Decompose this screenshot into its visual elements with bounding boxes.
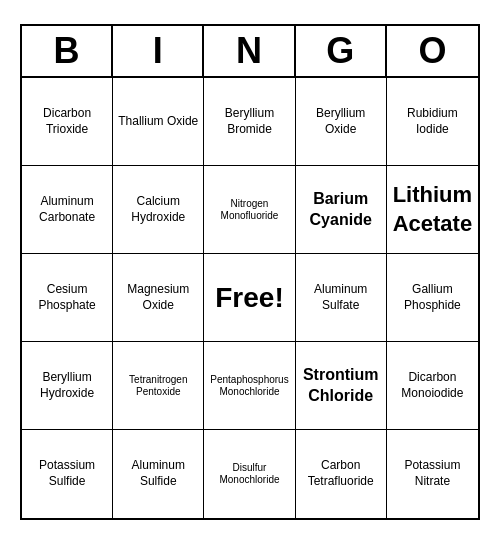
bingo-cell: Rubidium Iodide — [387, 78, 478, 166]
cell-text: Magnesium Oxide — [117, 282, 199, 313]
bingo-cell: Lithium Acetate — [387, 166, 478, 254]
cell-text: Barium Cyanide — [300, 189, 382, 231]
cell-text: Potassium Sulfide — [26, 458, 108, 489]
cell-text: Thallium Oxide — [118, 114, 198, 130]
cell-text: Gallium Phosphide — [391, 282, 474, 313]
bingo-cell: Carbon Tetrafluoride — [296, 430, 387, 518]
bingo-cell: Pentaphosphorus Monochloride — [204, 342, 295, 430]
bingo-cell: Beryllium Hydroxide — [22, 342, 113, 430]
cell-text: Dicarbon Trioxide — [26, 106, 108, 137]
bingo-cell: Disulfur Monochloride — [204, 430, 295, 518]
cell-text: Aluminum Carbonate — [26, 194, 108, 225]
cell-text: Rubidium Iodide — [391, 106, 474, 137]
bingo-cell: Beryllium Oxide — [296, 78, 387, 166]
bingo-cell: Aluminum Sulfate — [296, 254, 387, 342]
bingo-cell: Beryllium Bromide — [204, 78, 295, 166]
cell-text: Potassium Nitrate — [391, 458, 474, 489]
bingo-grid: Dicarbon TrioxideThallium OxideBeryllium… — [22, 78, 478, 518]
bingo-header: BINGO — [22, 26, 478, 78]
cell-text: Lithium Acetate — [391, 181, 474, 238]
bingo-card: BINGO Dicarbon TrioxideThallium OxideBer… — [20, 24, 480, 520]
cell-text: Tetranitrogen Pentoxide — [117, 374, 199, 398]
bingo-cell: Cesium Phosphate — [22, 254, 113, 342]
cell-text: Disulfur Monochloride — [208, 462, 290, 486]
cell-text: Free! — [215, 282, 283, 314]
bingo-cell: Dicarbon Monoiodide — [387, 342, 478, 430]
bingo-cell: Aluminum Carbonate — [22, 166, 113, 254]
cell-text: Pentaphosphorus Monochloride — [208, 374, 290, 398]
header-letter: G — [296, 26, 387, 76]
bingo-cell: Dicarbon Trioxide — [22, 78, 113, 166]
cell-text: Dicarbon Monoiodide — [391, 370, 474, 401]
cell-text: Aluminum Sulfate — [300, 282, 382, 313]
cell-text: Strontium Chloride — [300, 365, 382, 407]
bingo-cell: Strontium Chloride — [296, 342, 387, 430]
bingo-cell: Free! — [204, 254, 295, 342]
bingo-cell: Potassium Sulfide — [22, 430, 113, 518]
bingo-cell: Thallium Oxide — [113, 78, 204, 166]
bingo-cell: Barium Cyanide — [296, 166, 387, 254]
header-letter: B — [22, 26, 113, 76]
header-letter: I — [113, 26, 204, 76]
cell-text: Beryllium Bromide — [208, 106, 290, 137]
bingo-cell: Nitrogen Monofluoride — [204, 166, 295, 254]
cell-text: Calcium Hydroxide — [117, 194, 199, 225]
cell-text: Aluminum Sulfide — [117, 458, 199, 489]
cell-text: Nitrogen Monofluoride — [208, 198, 290, 222]
cell-text: Cesium Phosphate — [26, 282, 108, 313]
cell-text: Beryllium Hydroxide — [26, 370, 108, 401]
bingo-cell: Magnesium Oxide — [113, 254, 204, 342]
bingo-cell: Aluminum Sulfide — [113, 430, 204, 518]
bingo-cell: Potassium Nitrate — [387, 430, 478, 518]
bingo-cell: Gallium Phosphide — [387, 254, 478, 342]
header-letter: N — [204, 26, 295, 76]
header-letter: O — [387, 26, 478, 76]
bingo-cell: Tetranitrogen Pentoxide — [113, 342, 204, 430]
bingo-cell: Calcium Hydroxide — [113, 166, 204, 254]
cell-text: Carbon Tetrafluoride — [300, 458, 382, 489]
cell-text: Beryllium Oxide — [300, 106, 382, 137]
